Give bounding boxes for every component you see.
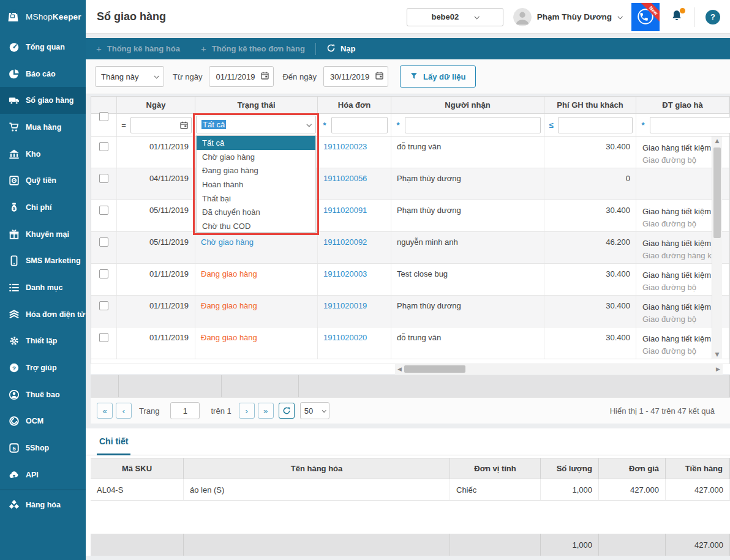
from-date-label: Từ ngày [173,72,202,81]
sidebar-item-thue-bao[interactable]: Thuê bao [0,381,86,408]
table-row[interactable]: 05/11/2019 1911020091 Phạm thùy dương 30… [91,200,729,232]
help-button[interactable]: ? [706,10,720,24]
notifications-button[interactable] [670,9,683,24]
sidebar-item-sms-marketing[interactable]: SMS Marketing [0,248,86,275]
next-page-button[interactable]: › [239,403,255,419]
last-page-button[interactable]: » [258,403,274,419]
sidebar-item-mua-hang[interactable]: Mua hàng [0,114,86,141]
invoice-link[interactable]: 1911020019 [323,301,367,310]
filter-operator[interactable]: = [120,121,127,130]
first-page-button[interactable]: « [97,403,113,419]
filter-operator[interactable]: * [639,121,647,130]
invoice-link[interactable]: 1911020020 [323,333,367,342]
scroll-down-arrow-icon[interactable]: ▼ [712,352,722,357]
scroll-right-arrow-icon[interactable]: ▶ [716,367,720,372]
page-number-input[interactable] [170,402,200,419]
dropdown-option[interactable]: Thất bại [197,192,315,206]
sidebar-item-ocm[interactable]: OCM [0,408,86,435]
vertical-scroll-thumb[interactable] [713,147,721,238]
partner-column-header[interactable]: ĐT giao hà [636,97,729,113]
invoice-link[interactable]: 1911020092 [323,237,367,247]
table-row[interactable]: 01/11/2019 Đang giao hàng 1911020020 đỗ … [91,327,729,359]
calendar-icon[interactable] [261,72,269,81]
date-filter-input[interactable] [130,117,192,133]
sidebar-item-chi-phi[interactable]: $ Chi phí [0,194,86,221]
from-date-input[interactable]: 01/11/2019 [209,66,274,87]
scroll-left-arrow-icon[interactable]: ◀ [397,367,402,372]
sidebar-item-hoa-don-dien-tu[interactable]: Hóa đơn điện tử [0,301,86,328]
detail-row[interactable]: AL04-S áo len (S) Chiếc 1,000 427.000 42… [91,479,730,501]
user-menu-chevron-icon[interactable] [617,14,622,19]
table-row[interactable]: 05/11/2019 Chờ giao hàng 1911020092 nguy… [91,232,729,264]
sidebar-item-tong-quan[interactable]: Tổng quan [0,34,86,61]
dropdown-option[interactable]: Đã chuyển hoàn [197,205,315,219]
prev-page-button[interactable]: ‹ [116,403,132,419]
dropdown-option[interactable]: Hoàn thành [197,177,315,192]
filter-operator[interactable]: ≤ [548,121,555,130]
table-row[interactable]: 04/11/2019 1911020056 Phạm thùy dương 0 [91,168,729,200]
horizontal-scrollbar[interactable]: ◀ ▶ [395,364,723,375]
sidebar-item-kho[interactable]: Kho [0,141,86,168]
sidebar-item-bao-cao[interactable]: Báo cáo [0,61,86,88]
invoice-column-header[interactable]: Hóa đơn [318,97,391,113]
row-checkbox[interactable] [99,206,108,215]
invoice-link[interactable]: 1911020023 [323,142,367,151]
vertical-scrollbar[interactable]: ▲ ▼ [712,136,722,359]
reload-button[interactable]: Nạp [316,38,366,59]
sidebar-item-danh-muc[interactable]: Danh mục [0,274,86,301]
receiver-filter-input[interactable] [405,117,541,133]
chevron-down-icon [475,14,480,19]
avatar[interactable] [513,8,532,26]
sidebar-item-api[interactable]: API [0,461,86,488]
partner-filter-input[interactable] [650,117,730,133]
dropdown-option[interactable]: Chờ giao hàng [197,150,315,164]
hotline-button[interactable]: New [631,3,660,31]
get-data-button[interactable]: Lấy dữ liệu [400,65,476,88]
stat-goods-button[interactable]: + Thống kê hàng hóa [86,38,190,59]
row-checkbox[interactable] [99,174,108,183]
fee-column-header[interactable]: Phí GH thu khách [544,97,636,113]
branch-select[interactable]: bebe02 [407,8,503,26]
status-filter-select[interactable]: Tất cả [196,116,316,133]
scroll-up-arrow-icon[interactable]: ▲ [712,138,722,144]
tab-chi-tiet[interactable]: Chi tiết [97,428,130,455]
row-checkbox[interactable] [99,269,108,278]
app-logo[interactable]: MShopKeeper [0,0,86,34]
dropdown-option[interactable]: Đang giao hàng [197,163,315,177]
invoice-link[interactable]: 1911020056 [323,174,367,183]
period-select[interactable]: Tháng này [95,66,164,87]
page-size-select[interactable]: 50 [300,402,329,419]
sidebar-item-hang-hoa[interactable]: Hàng hóa [0,491,86,518]
row-checkbox[interactable] [99,237,108,247]
user-name[interactable]: Phạm Thùy Dương [537,12,612,21]
sidebar-item-khuyen-mai[interactable]: Khuyến mại [0,221,86,248]
filter-operator[interactable]: * [394,121,402,130]
calendar-icon[interactable] [375,72,383,81]
table-row[interactable]: 01/11/2019 Đang giao hàng 1911020019 Phạ… [91,296,729,327]
sidebar-item-5shop[interactable]: 5 5Shop [0,435,86,461]
select-all-checkbox[interactable] [99,112,108,121]
horizontal-scroll-thumb[interactable] [404,365,465,373]
filter-operator[interactable]: * [321,121,328,130]
receiver-column-header[interactable]: Người nhận [391,97,544,113]
table-row[interactable]: 01/11/2019 1911020023 đỗ trung văn 30.40… [91,136,729,168]
row-checkbox[interactable] [99,301,108,310]
to-date-input[interactable]: 30/11/2019 [323,66,388,87]
sidebar-item-quy-tien[interactable]: Quỹ tiền [0,167,86,194]
row-checkbox[interactable] [99,333,108,342]
invoice-link[interactable]: 1911020003 [323,269,367,278]
sidebar-item-tro-giup[interactable]: ? Trợ giúp [0,354,86,381]
date-column-header[interactable]: Ngày [117,97,195,113]
sidebar-item-thiet-lap[interactable]: Thiết lập [0,328,86,355]
fee-filter-input[interactable] [558,117,633,133]
status-column-header[interactable]: Trạng thái [195,97,318,113]
sidebar-item-so-giao-hang[interactable]: Sổ giao hàng [0,87,86,114]
invoice-filter-input[interactable] [331,117,388,133]
table-row[interactable]: 01/11/2019 Đang giao hàng 1911020003 Tes… [91,264,729,296]
refresh-grid-button[interactable] [279,403,295,419]
invoice-link[interactable]: 1911020091 [323,206,367,215]
stat-orders-button[interactable]: + Thống kê theo đơn hàng [190,38,315,59]
row-checkbox[interactable] [99,142,108,151]
dropdown-option[interactable]: Chờ thu COD [197,219,315,233]
dropdown-option[interactable]: Tất cả [197,136,315,150]
